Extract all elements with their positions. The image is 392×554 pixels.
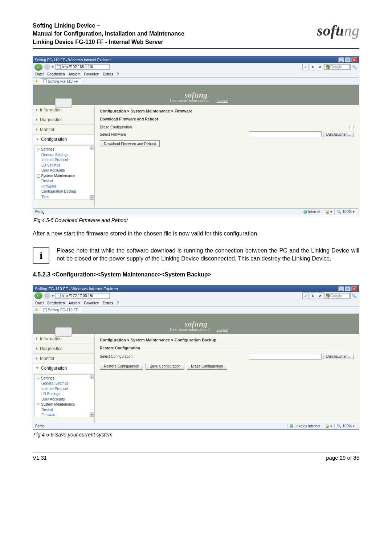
tree-node-restart[interactable]: Restart: [36, 178, 93, 184]
sidebar-item-configuration[interactable]: Configuration: [33, 364, 94, 373]
forward-icon[interactable]: →: [44, 64, 50, 70]
browser-tab[interactable]: Softing FG-110 FF: [40, 78, 81, 84]
menu-favoriten[interactable]: Favoriten: [84, 301, 99, 305]
browse-button[interactable]: Durchsuchen...: [323, 132, 354, 137]
main-panel: Configuration > System Maintenance > Con…: [95, 334, 359, 423]
status-text: Fertig: [35, 210, 45, 214]
tree-node-firmware[interactable]: Firmware: [36, 413, 93, 417]
menu-datei[interactable]: Datei: [35, 301, 44, 305]
maximize-icon[interactable]: ▭: [345, 57, 351, 62]
scroll-down-icon[interactable]: ▾: [90, 195, 94, 200]
tree-node-users[interactable]: User Accounts: [36, 397, 93, 402]
scroll-down-icon[interactable]: ▾: [90, 413, 94, 417]
sidebar-item-diagnostics[interactable]: Diagnostics: [33, 115, 94, 125]
tree-node-sysmaint[interactable]: −System Maintenance: [36, 402, 93, 407]
favorites-icon[interactable]: ★: [34, 307, 38, 312]
menu-help[interactable]: ?: [117, 301, 119, 305]
collapse-icon[interactable]: −: [37, 377, 40, 380]
tree-node-ip[interactable]: Internet Protocol: [36, 157, 93, 163]
menu-datei[interactable]: Datei: [35, 72, 44, 76]
sidebar-item-monitor[interactable]: Monitor: [33, 125, 94, 135]
menu-ansicht[interactable]: Ansicht: [69, 301, 81, 305]
nav-dropdown-icon[interactable]: ▾: [52, 65, 54, 69]
tree-node-settings[interactable]: −Settings: [36, 376, 93, 381]
maximize-icon[interactable]: ▭: [345, 286, 351, 291]
dropdown-icon[interactable]: ✓: [302, 292, 309, 299]
collapse-icon[interactable]: −: [37, 175, 40, 178]
page-number: page 29 of 85: [326, 455, 359, 461]
firmware-file-input[interactable]: [249, 131, 322, 137]
menu-bearbeiten[interactable]: Bearbeiten: [47, 72, 65, 76]
intranet-icon: [290, 424, 293, 428]
panel-title: Restore Configuration: [100, 346, 354, 351]
minimize-icon[interactable]: _: [338, 57, 344, 62]
zoom-level: 100%: [342, 424, 352, 428]
username-value: administrator: [189, 328, 210, 332]
sidebar: Information Diagnostics Monitor Configur…: [33, 334, 95, 423]
erase-config-button[interactable]: Erase Configuration: [187, 363, 227, 370]
tree-node-general[interactable]: General Settings: [36, 381, 93, 386]
sidebar-item-configuration[interactable]: Configuration: [33, 135, 94, 144]
scroll-up-icon[interactable]: ▴: [90, 375, 94, 379]
collapse-icon[interactable]: −: [37, 403, 40, 406]
close-icon[interactable]: ✕: [351, 57, 357, 62]
tree-node-firmware[interactable]: Firmware: [36, 184, 93, 189]
restore-config-button[interactable]: Restore Configuration: [100, 363, 143, 370]
menu-extras[interactable]: Extras: [103, 301, 113, 305]
app-banner: softıng Username: administrator Logout: [33, 314, 359, 334]
dropdown-icon[interactable]: ✓: [302, 64, 309, 70]
forward-icon[interactable]: →: [44, 292, 50, 299]
config-file-input[interactable]: [249, 354, 322, 360]
download-reboot-button[interactable]: Download Firmware and Reboot: [100, 140, 160, 147]
collapse-icon[interactable]: −: [37, 148, 40, 151]
browser-tab[interactable]: Softing FG-110 FF: [40, 307, 81, 313]
minimize-icon[interactable]: _: [338, 286, 344, 291]
menu-ansicht[interactable]: Ansicht: [69, 72, 81, 76]
zoom-icon[interactable]: 🔍: [337, 210, 341, 214]
tree-node-settings[interactable]: −Settings: [36, 147, 93, 152]
tree-node-restart[interactable]: Restart: [36, 407, 93, 413]
erase-config-checkbox[interactable]: [350, 125, 354, 129]
scroll-up-icon[interactable]: ▴: [90, 146, 94, 150]
tree-node-ip[interactable]: Internet Protocol: [36, 386, 93, 392]
tree-node-ld[interactable]: LD Settings: [36, 163, 93, 168]
back-icon[interactable]: ←: [34, 292, 42, 299]
back-icon[interactable]: ←: [34, 63, 42, 71]
refresh-icon[interactable]: ↻: [310, 64, 316, 70]
tree-node-ld[interactable]: LD Settings: [36, 391, 93, 397]
device-icon: [55, 327, 72, 337]
menu-help[interactable]: ?: [117, 72, 119, 76]
sidebar-item-monitor[interactable]: Monitor: [33, 354, 94, 364]
sidebar-item-diagnostics[interactable]: Diagnostics: [33, 344, 94, 354]
figure-caption-2: Fig 4.5-6 Save your current system: [33, 432, 359, 438]
tree-node-users[interactable]: User Accounts: [36, 168, 93, 173]
zoom-icon[interactable]: 🔍: [337, 424, 341, 428]
google-icon: [326, 65, 330, 69]
tree-node-time[interactable]: Time: [36, 194, 93, 200]
search-input[interactable]: Google: [324, 293, 350, 299]
search-icon[interactable]: 🔍: [350, 292, 358, 299]
tree-node-sysmaint[interactable]: −System Maintenance: [36, 173, 93, 179]
menu-extras[interactable]: Extras: [103, 72, 113, 76]
menu-favoriten[interactable]: Favoriten: [84, 72, 99, 76]
save-config-button[interactable]: Save Configuration: [146, 363, 184, 370]
logout-link[interactable]: Logout: [217, 328, 228, 332]
address-bar[interactable]: http://192.168.1.10/: [55, 64, 110, 70]
address-bar[interactable]: http://172.17.30.18/: [55, 293, 110, 299]
browse-button[interactable]: Durchsuchen...: [323, 354, 354, 359]
tree-node-pageopt[interactable]: +Page Options: [36, 200, 93, 200]
select-firmware-label: Select Firmware: [100, 132, 172, 136]
stop-icon[interactable]: ✕: [317, 292, 323, 299]
nav-dropdown-icon[interactable]: ▾: [52, 294, 54, 298]
google-icon: [326, 294, 330, 297]
stop-icon[interactable]: ✕: [317, 64, 323, 70]
refresh-icon[interactable]: ↻: [310, 292, 316, 299]
search-icon[interactable]: 🔍: [350, 64, 358, 70]
tree-node-backup[interactable]: Configuration Backup: [36, 189, 93, 194]
tree-node-general[interactable]: General Settings: [36, 152, 93, 158]
favorites-icon[interactable]: ★: [34, 79, 38, 84]
close-icon[interactable]: ✕: [351, 286, 357, 291]
search-input[interactable]: Google: [324, 64, 350, 70]
menu-bearbeiten[interactable]: Bearbeiten: [47, 301, 65, 305]
logout-link[interactable]: Logout: [217, 99, 228, 103]
